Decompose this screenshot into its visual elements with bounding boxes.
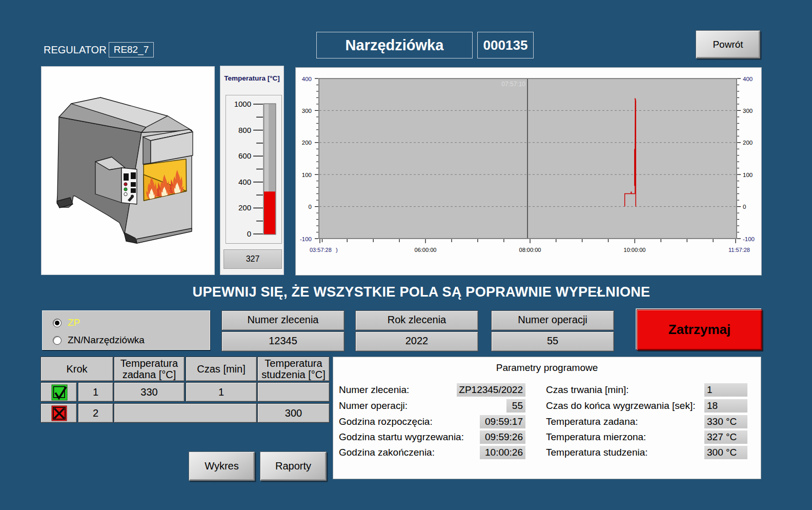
svg-text:08:00:00: 08:00:00 — [519, 247, 541, 253]
svg-text:06:00:00: 06:00:00 — [415, 247, 437, 253]
svg-text:300: 300 — [302, 108, 312, 114]
svg-text:400: 400 — [302, 76, 312, 82]
svg-text:100: 100 — [302, 172, 312, 178]
svg-text:10:00:00: 10:00:00 — [624, 247, 646, 253]
svg-text:300: 300 — [743, 108, 753, 114]
svg-text:1000: 1000 — [234, 100, 251, 108]
svg-text:-100: -100 — [743, 236, 755, 242]
svg-text:200: 200 — [743, 140, 753, 146]
svg-text:400: 400 — [743, 76, 753, 82]
svg-text:400: 400 — [238, 178, 251, 186]
svg-text:-100: -100 — [300, 236, 312, 242]
svg-text:200: 200 — [238, 203, 251, 212]
svg-text:): ) — [336, 247, 338, 253]
svg-text:0: 0 — [743, 204, 746, 210]
svg-text:07:57:10: 07:57:10 — [501, 81, 525, 88]
svg-text:200: 200 — [302, 140, 312, 146]
svg-text:600: 600 — [238, 151, 251, 160]
svg-text:11:57:28: 11:57:28 — [728, 247, 750, 253]
svg-text:0: 0 — [247, 229, 251, 238]
svg-text:03:57:28: 03:57:28 — [310, 247, 332, 253]
svg-text:0: 0 — [309, 204, 312, 210]
svg-text:800: 800 — [238, 126, 251, 134]
svg-text:100: 100 — [743, 172, 753, 178]
